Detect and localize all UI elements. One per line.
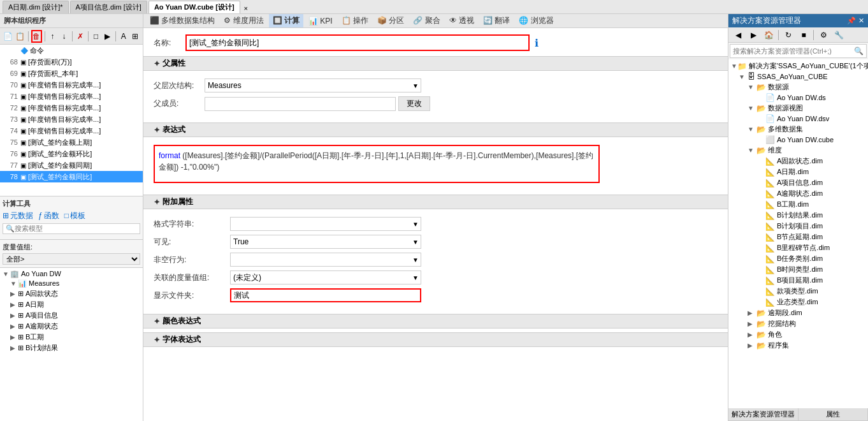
tree-dim-a-project[interactable]: ▶ ⊞ A项目信息 (1, 310, 141, 321)
stree-dim-0[interactable]: 📐 A固款状态.dim (730, 156, 867, 166)
menu-perspective[interactable]: 👁 透视 (445, 14, 478, 27)
search-model-input[interactable] (15, 225, 104, 232)
stree-dim-11[interactable]: 📐 B项目延期.dim (730, 275, 867, 286)
tree-dim-a-payment[interactable]: ▶ ⊞ A回款状态 (1, 288, 141, 299)
measure-group-select[interactable]: 全部> (3, 253, 140, 265)
right-toolbar-fwd[interactable]: ▶ (746, 29, 760, 41)
tab-cube[interactable]: Ao Yuan DW.cube [设计] (148, 1, 240, 13)
name-input[interactable] (185, 34, 530, 51)
stree-project[interactable]: ▼ 🗄 SSAS_AoYuan_CUBE (730, 71, 867, 82)
right-panel-pin[interactable]: 📌 (847, 17, 856, 25)
stree-cube-folder[interactable]: ▼ 📂 多维数据集 (730, 124, 867, 135)
stree-mining[interactable]: ▶ 📂 逾期段.dim (730, 307, 867, 318)
stree-datasources[interactable]: ▼ 📂 数据源 (730, 82, 867, 92)
toolbar-arrow[interactable]: ▶ (103, 30, 113, 43)
right-toolbar-refresh[interactable]: ↻ (781, 29, 795, 41)
stree-dimensions[interactable]: ▼ 📂 维度 (730, 145, 867, 156)
stree-solution[interactable]: ▼ 📁 解决方案'SSAS_AoYuan_CUBE'(1个项目) (730, 61, 867, 71)
script-item-78[interactable]: 78 ▣ [测试_签约金额同比] (0, 171, 143, 182)
stree-dim-13[interactable]: 📐 业态类型.dim (730, 297, 867, 307)
toolbar-delete[interactable]: 🗑 (31, 30, 42, 43)
stree-dim-7[interactable]: 📐 B节点延期.dim (730, 232, 867, 242)
toolbar-down[interactable]: ↓ (59, 30, 69, 43)
script-item-74[interactable]: 74 ▣ [年度销售目标完成率...] (0, 125, 143, 137)
script-item-70[interactable]: 70 ▣ [年度销售目标完成率...] (0, 79, 143, 91)
update-btn[interactable]: 更改 (398, 96, 430, 111)
script-item-75[interactable]: 75 ▣ [测试_签约金额上期] (0, 137, 143, 148)
stree-dim-6[interactable]: 📐 B计划项目.dim (730, 221, 867, 232)
stree-cube-file[interactable]: ⬜ Ao Yuan DW.cube (730, 135, 867, 145)
tree-measures[interactable]: ▼ 📊 Measures (1, 279, 141, 288)
expression-box[interactable]: format ([Measures].[签约金额]/(ParallelPerio… (154, 145, 600, 183)
tab-close[interactable]: × (242, 3, 250, 13)
tree-dim-a-overdue[interactable]: ▶ ⊞ A逾期状态 (1, 321, 141, 332)
right-toolbar-wrench[interactable]: 🔧 (832, 29, 846, 41)
right-toolbar-back[interactable]: ◀ (731, 29, 745, 41)
tab-a-date[interactable]: A日期.dim [设计]* (3, 1, 69, 13)
menu-kpi[interactable]: 📊 KPI (305, 15, 336, 27)
menu-partition[interactable]: 📦 分区 (373, 14, 408, 27)
toolbar-add[interactable]: 📄 (3, 30, 13, 43)
right-search-btn[interactable]: 🔍 (851, 47, 866, 55)
stree-dim-5[interactable]: 📐 B计划结果.dim (730, 210, 867, 221)
menu-browser[interactable]: 🌐 浏览器 (515, 14, 557, 27)
tree-root[interactable]: ▼ 🏢 Ao Yuan DW (1, 269, 141, 279)
nonempty-select[interactable] (230, 253, 421, 267)
right-tab-solution[interactable]: 解决方案资源管理器 (728, 408, 799, 420)
toolbar-add2[interactable]: 📋 (15, 30, 25, 43)
script-item-72[interactable]: 72 ▣ [年度销售目标完成率...] (0, 102, 143, 114)
parent-hierarchy-select[interactable]: Measures (205, 78, 421, 92)
stree-dsv-file[interactable]: 📄 Ao Yuan DW.dsv (730, 114, 867, 124)
script-item-71[interactable]: 71 ▣ [年度销售目标完成率...] (0, 91, 143, 102)
tool-template[interactable]: □ 模板 (64, 211, 85, 221)
parent-member-input[interactable] (205, 97, 396, 111)
stree-dim-2[interactable]: 📐 A项目信息.dim (730, 177, 867, 188)
menu-aggregate[interactable]: 🔗 聚合 (409, 14, 444, 27)
right-search-input[interactable] (730, 47, 851, 55)
toolbar-text[interactable]: A (119, 30, 129, 43)
stree-dim-4[interactable]: 📐 B工期.dim (730, 199, 867, 210)
menu-translate[interactable]: 🔄 翻译 (479, 14, 514, 27)
tree-dim-a-date[interactable]: ▶ ⊞ A日期 (1, 299, 141, 310)
script-item-76[interactable]: 76 ▣ [测试_签约金额环比] (0, 148, 143, 159)
tab-a-project[interactable]: A项目信息.dim [设计] (70, 1, 147, 13)
toolbar-grid[interactable]: ⊞ (130, 30, 140, 43)
right-toolbar-home[interactable]: 🏠 (762, 29, 776, 41)
menu-action[interactable]: 📋 操作 (338, 14, 372, 27)
right-tab-properties[interactable]: 属性 (799, 408, 869, 420)
script-item-command[interactable]: 🔷 命令 (0, 45, 143, 56)
format-string-select[interactable] (230, 217, 421, 231)
menu-calculate[interactable]: 🔲 计算 (269, 14, 303, 27)
script-item-77[interactable]: 77 ▣ [测试_签约金额同期] (0, 159, 143, 171)
stree-dim-8[interactable]: 📐 B里程碑节点.dim (730, 242, 867, 253)
script-item-69[interactable]: 69 ▣ [存货面积_本年] (0, 68, 143, 79)
toolbar-x[interactable]: ✗ (75, 30, 85, 43)
toolbar-up[interactable]: ↑ (47, 30, 57, 43)
tree-dim-b-plan[interactable]: ▶ ⊞ B计划结果 (1, 343, 141, 353)
measure-group-assoc-select[interactable]: (未定义) (230, 270, 421, 284)
additional-section-header: ✦ 附加属性 (143, 195, 728, 209)
stree-roles[interactable]: ▶ 📂 挖掘结构 (730, 318, 867, 329)
stree-dim-1[interactable]: 📐 A日期.dim (730, 166, 867, 177)
stree-dim-12[interactable]: 📐 款项类型.dim (730, 286, 867, 297)
script-item-68[interactable]: 68 ▣ [存货面积(万)] (0, 56, 143, 68)
tree-dim-b-duration[interactable]: ▶ ⊞ B工期 (1, 332, 141, 343)
stree-dsv[interactable]: ▼ 📂 数据源视图 (730, 103, 867, 114)
menu-dimension[interactable]: ⚙ 维度用法 (220, 14, 267, 27)
stree-dim-10[interactable]: 📐 B时间类型.dim (730, 264, 867, 275)
tool-metadata[interactable]: ⊞ 元数据 (3, 211, 33, 221)
right-panel-x[interactable]: ✕ (858, 17, 864, 25)
stree-dim-3[interactable]: 📐 A逾期状态.dim (730, 188, 867, 199)
visible-select[interactable]: True (230, 235, 421, 249)
tool-function[interactable]: ƒ 函数 (38, 211, 59, 221)
script-item-73[interactable]: 73 ▣ [年度销售目标完成率...] (0, 114, 143, 125)
stree-misc[interactable]: ▶ 📂 程序集 (730, 340, 867, 351)
toolbar-rect[interactable]: □ (90, 30, 101, 43)
stree-ds-file[interactable]: 📄 Ao Yuan DW.ds (730, 92, 867, 103)
stree-dim-9[interactable]: 📐 B任务类别.dim (730, 253, 867, 264)
right-toolbar-stop[interactable]: ■ (797, 29, 811, 41)
menu-structure[interactable]: ⬛ 多维数据集结构 (146, 14, 219, 27)
display-folder-input[interactable] (230, 288, 421, 302)
right-toolbar-gear[interactable]: ⚙ (816, 29, 830, 41)
stree-assemblies[interactable]: ▶ 📂 角色 (730, 329, 867, 340)
